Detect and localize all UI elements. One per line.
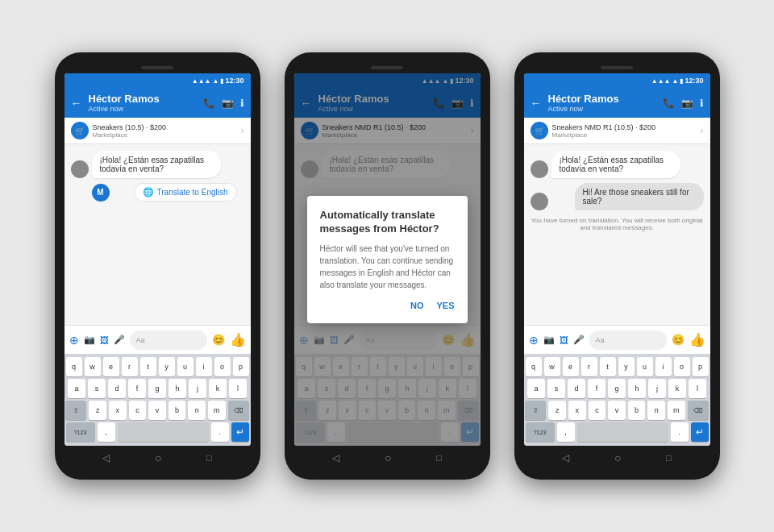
- back-button-1[interactable]: ←: [71, 97, 82, 110]
- key-i-1[interactable]: i: [196, 357, 212, 376]
- video-icon-3[interactable]: 📷: [681, 98, 693, 109]
- key-q-1[interactable]: q: [66, 357, 82, 376]
- phone-speaker-2: [371, 66, 403, 69]
- key-g-1[interactable]: g: [148, 379, 166, 398]
- message-input-1[interactable]: Aa: [130, 330, 207, 350]
- key-p-1[interactable]: p: [233, 357, 249, 376]
- info-icon-1[interactable]: ℹ: [240, 98, 244, 109]
- key-o-1[interactable]: o: [214, 357, 231, 376]
- key-symbols-1[interactable]: ?123: [66, 422, 95, 442]
- phone-top-bar-3: [524, 62, 710, 73]
- contact-name-1: Héctor Ramos: [89, 93, 197, 105]
- keyboard-row-4-1: ?123 , . ↵: [66, 422, 249, 442]
- mic-icon-3[interactable]: 🎤: [573, 335, 585, 345]
- wifi-icon-1: ▲: [213, 77, 219, 85]
- key-r-1[interactable]: r: [122, 357, 138, 376]
- camera-icon-3[interactable]: 📷: [543, 335, 555, 345]
- svg-point-0: [77, 164, 83, 170]
- marketplace-chevron-3: ›: [701, 125, 704, 136]
- key-z-1[interactable]: z: [89, 401, 106, 420]
- key-b-1[interactable]: b: [169, 401, 186, 420]
- key-f-1[interactable]: f: [128, 379, 146, 398]
- modal-no-button[interactable]: NO: [410, 301, 424, 310]
- marketplace-bar-3[interactable]: 🛒 Sneakers NMD R1 (10.5) · $200 Marketpl…: [524, 118, 710, 144]
- key-delete-1[interactable]: ⌫: [228, 401, 249, 420]
- modal-body: Héctor will see that you've turned on tr…: [320, 243, 455, 291]
- mic-icon-1[interactable]: 🎤: [114, 335, 125, 345]
- marketplace-bar-1[interactable]: 🛒 Sneakers (10.5) · $200 Marketplace ›: [64, 118, 251, 144]
- marketplace-icon-1: 🛒: [71, 122, 89, 139]
- info-icon-3[interactable]: ℹ: [700, 98, 704, 109]
- marketplace-subtitle-3: Marketplace: [552, 131, 656, 139]
- nav-home-1[interactable]: ○: [155, 451, 161, 464]
- key-shift-1[interactable]: ⇧: [65, 401, 86, 420]
- key-v-1[interactable]: v: [148, 401, 166, 420]
- key-h-1[interactable]: h: [169, 379, 186, 398]
- svg-point-1: [74, 171, 85, 177]
- key-comma-1[interactable]: ,: [98, 422, 115, 442]
- nav-home-2[interactable]: ○: [385, 451, 391, 464]
- key-e-1[interactable]: e: [103, 357, 119, 376]
- svg-point-7: [534, 203, 545, 210]
- key-s-1[interactable]: s: [88, 379, 106, 398]
- phone-bottom-bar-2: ◁ ○ □: [294, 446, 481, 470]
- emoji-icon-1[interactable]: 😊: [212, 334, 225, 346]
- nav-back-1[interactable]: ◁: [102, 452, 110, 463]
- nav-recents-1[interactable]: □: [206, 453, 212, 463]
- marketplace-title-3: Sneakers NMD R1 (10.5) · $200: [552, 123, 656, 131]
- key-w-1[interactable]: w: [85, 357, 101, 376]
- key-u-1[interactable]: u: [177, 357, 194, 376]
- image-icon-3[interactable]: 🖼: [560, 335, 568, 345]
- modal-yes-button[interactable]: YES: [436, 301, 454, 310]
- key-d-1[interactable]: d: [108, 379, 126, 398]
- phone-call-icon-3[interactable]: 📞: [663, 98, 675, 109]
- key-x-1[interactable]: x: [109, 401, 127, 420]
- key-n-1[interactable]: n: [188, 401, 206, 420]
- camera-icon-1[interactable]: 📷: [84, 335, 95, 345]
- phone-speaker-1: [141, 66, 173, 69]
- avatar-1: [71, 160, 89, 178]
- nav-recents-3[interactable]: □: [666, 453, 672, 463]
- key-m-1[interactable]: m: [208, 401, 226, 420]
- phone-2: ▲▲▲ ▲ ▮ 12:30 ← Héctor Ramos Active now …: [285, 52, 490, 480]
- nav-back-3[interactable]: ◁: [562, 452, 569, 463]
- battery-icon-3: ▮: [680, 77, 683, 85]
- key-l-1[interactable]: l: [229, 379, 247, 398]
- key-j-1[interactable]: j: [189, 379, 206, 398]
- bubble-spanish-1: ¡Hola! ¿Están esas zapatillas todavía en…: [92, 151, 221, 178]
- like-icon-1[interactable]: 👍: [230, 332, 246, 347]
- translate-button-1[interactable]: 🌐 Translate to English: [134, 183, 237, 202]
- marketplace-subtitle-1: Marketplace: [93, 131, 167, 139]
- emoji-icon-3[interactable]: 😊: [672, 334, 685, 346]
- contact-status-3: Active now: [548, 105, 656, 113]
- add-icon-1[interactable]: ⊕: [69, 334, 79, 347]
- status-bar-3: ▲▲▲ ▲ ▮ 12:30: [524, 73, 710, 88]
- key-a-1[interactable]: a: [68, 379, 85, 398]
- svg-point-5: [534, 171, 545, 177]
- add-icon-3[interactable]: ⊕: [529, 334, 539, 347]
- key-k-1[interactable]: k: [209, 379, 227, 398]
- message-input-3[interactable]: Aa: [589, 330, 667, 350]
- key-return-1[interactable]: ↵: [231, 422, 249, 442]
- chat-toolbar-1: ⊕ 📷 🖼 🎤 Aa 😊 👍: [64, 325, 251, 354]
- modal-actions: NO YES: [320, 301, 455, 310]
- video-icon-1[interactable]: 📷: [222, 98, 234, 109]
- like-icon-3[interactable]: 👍: [689, 332, 705, 347]
- nav-back-2[interactable]: ◁: [332, 452, 339, 463]
- key-space-1[interactable]: [118, 422, 209, 442]
- image-icon-1[interactable]: 🖼: [100, 335, 109, 345]
- key-c-1[interactable]: c: [129, 401, 147, 420]
- marketplace-chevron-1: ›: [241, 125, 244, 136]
- nav-home-3[interactable]: ○: [614, 451, 621, 464]
- phone-1: ▲▲▲ ▲ ▮ 12:30 ← Héctor Ramos Active now …: [55, 52, 260, 480]
- phone-call-icon-1[interactable]: 📞: [203, 98, 215, 109]
- keyboard-row-1-1: q w e r t y u i o p: [66, 357, 249, 376]
- key-period-1[interactable]: .: [211, 422, 229, 442]
- nav-recents-2[interactable]: □: [436, 453, 442, 463]
- key-y-1[interactable]: y: [159, 357, 175, 376]
- back-button-3[interactable]: ←: [531, 97, 542, 110]
- header-actions-3: 📞 📷 ℹ: [663, 98, 704, 109]
- key-t-1[interactable]: t: [140, 357, 156, 376]
- header-actions-1: 📞 📷 ℹ: [203, 98, 244, 109]
- translation-note-3: You have turned on translation. You will…: [531, 217, 704, 231]
